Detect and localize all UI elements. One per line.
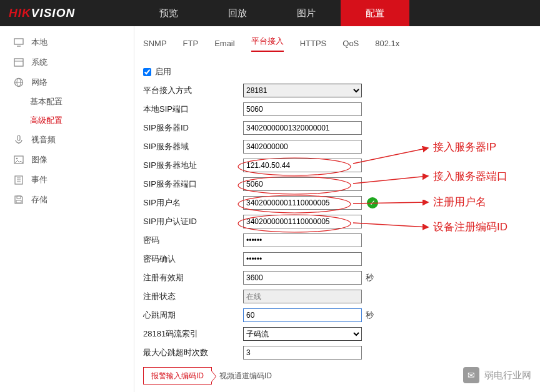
sip-user-input[interactable]	[243, 196, 362, 210]
svg-rect-7	[18, 135, 20, 140]
reg-valid-input[interactable]	[243, 271, 362, 285]
stream-index-select[interactable]: 子码流	[243, 327, 362, 341]
max-timeout-label: 最大心跳超时次数	[143, 347, 243, 358]
save-icon	[14, 195, 24, 205]
monitor-icon	[14, 37, 24, 47]
sidebar-item-network[interactable]: 网络	[0, 72, 134, 92]
local-sip-port-label: 本地SIP端口	[143, 104, 243, 115]
sidebar-item-label: 事件	[31, 174, 48, 185]
sip-server-id-input[interactable]	[243, 121, 362, 135]
check-ok-icon: ✓	[367, 197, 378, 208]
topnav-picture[interactable]: 图片	[272, 0, 341, 26]
local-sip-port-input[interactable]	[243, 102, 362, 116]
tab-platform[interactable]: 平台接入	[251, 36, 284, 52]
tab-email[interactable]: Email	[214, 39, 235, 52]
svg-rect-15	[17, 196, 21, 198]
content-area: SNMP FTP Email 平台接入 HTTPS QoS 802.1x 启用 …	[134, 26, 540, 392]
password2-label: 密码确认	[143, 253, 243, 265]
sidebar-item-image[interactable]: 图像	[0, 150, 134, 170]
unit-seconds: 秒	[366, 310, 374, 321]
reg-status-label: 注册状态	[143, 291, 243, 302]
reg-valid-label: 注册有效期	[143, 272, 243, 283]
tab-snmp[interactable]: SNMP	[143, 39, 167, 52]
password-label: 密码	[143, 235, 243, 246]
mic-icon	[14, 135, 24, 145]
subtab-row: SNMP FTP Email 平台接入 HTTPS QoS 802.1x	[143, 35, 532, 52]
sidebar-item-label: 图像	[31, 154, 48, 165]
sidebar-item-label: 网络	[31, 77, 48, 88]
image-icon	[14, 155, 24, 165]
bottom-tab-alarm-id[interactable]: 报警输入编码ID	[143, 367, 212, 385]
bottom-tab-video-id[interactable]: 视频通道编码ID	[212, 367, 279, 385]
sidebar-item-label: 视音频	[31, 134, 56, 145]
sidebar-item-label: 本地	[31, 37, 48, 48]
enable-label: 启用	[155, 66, 171, 77]
sip-server-domain-input[interactable]	[243, 140, 362, 154]
sidebar-item-label: 存储	[31, 194, 48, 205]
sip-server-domain-label: SIP服务器域	[143, 141, 243, 152]
sidebar-sub-advanced[interactable]: 高级配置	[0, 111, 134, 130]
sidebar-item-storage[interactable]: 存储	[0, 190, 134, 210]
form: 启用 平台接入方式 28181 本地SIP端口 SIP服务器ID SIP服务器域…	[143, 52, 532, 385]
top-nav: HIKVISION 预览 回放 图片 配置	[0, 0, 540, 26]
wechat-icon: ✉	[463, 367, 479, 383]
anno-reg-user: 注册用户名	[433, 195, 486, 209]
sidebar-sub-basic[interactable]: 基本配置	[0, 92, 134, 111]
reg-status-field	[243, 290, 362, 303]
tab-qos[interactable]: QoS	[342, 39, 359, 52]
sidebar-item-local[interactable]: 本地	[0, 32, 134, 52]
globe-icon	[14, 77, 24, 87]
password2-input[interactable]	[243, 252, 362, 266]
access-mode-label: 平台接入方式	[143, 85, 243, 96]
topnav-config[interactable]: 配置	[341, 0, 409, 26]
anno-device-id: 设备注册编码ID	[433, 220, 508, 234]
anno-server-ip: 接入服务器IP	[433, 140, 496, 154]
heartbeat-input[interactable]	[243, 308, 362, 322]
tab-ftp[interactable]: FTP	[183, 39, 199, 52]
sip-auth-id-label: SIP用户认证ID	[143, 216, 243, 227]
event-icon	[14, 175, 24, 185]
svg-rect-0	[14, 39, 23, 44]
sip-server-addr-input[interactable]	[243, 159, 362, 172]
sidebar-item-label: 系统	[31, 57, 48, 68]
access-mode-select[interactable]: 28181	[243, 84, 362, 97]
sip-server-id-label: SIP服务器ID	[143, 122, 243, 134]
enable-checkbox[interactable]	[143, 68, 151, 76]
sip-server-addr-label: SIP服务器地址	[143, 160, 243, 171]
unit-seconds: 秒	[366, 272, 374, 283]
max-timeout-input[interactable]	[243, 346, 362, 360]
heartbeat-label: 心跳周期	[143, 310, 243, 321]
sip-server-port-label: SIP服务器端口	[143, 179, 243, 190]
watermark: ✉ 弱电行业网	[463, 367, 531, 383]
anno-server-port: 接入服务器端口	[433, 169, 508, 184]
svg-rect-2	[14, 59, 23, 66]
brand-logo: HIKVISION	[0, 0, 134, 26]
stream-index-label: 28181码流索引	[143, 328, 243, 340]
sip-auth-id-input[interactable]	[243, 215, 362, 228]
sidebar: 本地 系统 网络 基本配置 高级配置 视音频 图像 事件 存储	[0, 26, 134, 392]
sidebar-item-system[interactable]: 系统	[0, 52, 134, 72]
tab-https[interactable]: HTTPS	[300, 39, 327, 52]
topnav-preview[interactable]: 预览	[134, 0, 203, 26]
sidebar-item-av[interactable]: 视音频	[0, 130, 134, 150]
sip-server-port-input[interactable]	[243, 177, 362, 191]
topnav-playback[interactable]: 回放	[203, 0, 272, 26]
sidebar-item-event[interactable]: 事件	[0, 170, 134, 190]
password-input[interactable]	[243, 233, 362, 247]
system-icon	[14, 57, 24, 67]
watermark-text: 弱电行业网	[484, 370, 531, 381]
svg-rect-16	[16, 200, 21, 203]
tab-8021x[interactable]: 802.1x	[375, 39, 399, 52]
svg-point-10	[16, 158, 18, 160]
sip-user-label: SIP用户名	[143, 197, 243, 208]
